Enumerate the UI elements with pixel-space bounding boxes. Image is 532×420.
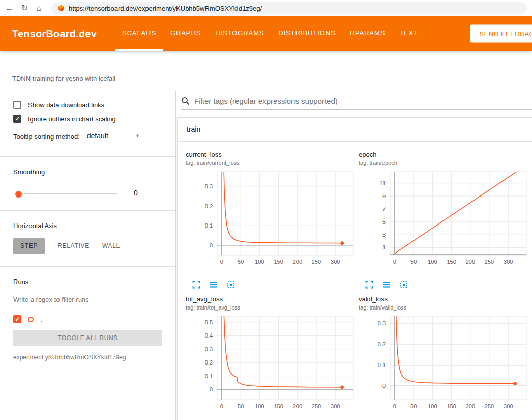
ignore-outliers-row[interactable]: Ignore outliers in chart scaling bbox=[13, 115, 162, 123]
svg-text:100: 100 bbox=[255, 259, 264, 265]
experiment-title: TDNN training for yesno with icefall bbox=[12, 75, 115, 82]
smoothing-slider-track[interactable] bbox=[16, 193, 117, 194]
chart-card-tot_avg_loss: tot_avg_losstag: train/tot_avg_loss05010… bbox=[186, 295, 359, 420]
tab-text[interactable]: TEXT bbox=[392, 16, 425, 51]
smoothing-slider-row: 0 bbox=[13, 189, 162, 210]
svg-text:250: 250 bbox=[312, 259, 321, 265]
send-feedback-button[interactable]: SEND FEEDBACK bbox=[470, 25, 532, 43]
svg-text:300: 300 bbox=[504, 259, 513, 265]
app-logo[interactable]: TensorBoard.dev bbox=[12, 28, 97, 40]
horizontal-axis-label: Horizontal Axis bbox=[13, 222, 162, 230]
svg-text:0.5: 0.5 bbox=[205, 319, 213, 325]
tab-scalars[interactable]: SCALARS bbox=[115, 16, 163, 51]
address-bar[interactable]: https://tensorboard.dev/experiment/yKUbh… bbox=[51, 2, 527, 14]
svg-text:0: 0 bbox=[382, 383, 386, 389]
svg-text:200: 200 bbox=[293, 403, 302, 409]
run-row[interactable]: . bbox=[13, 315, 162, 323]
run-color-swatch bbox=[28, 317, 34, 322]
divider bbox=[0, 210, 175, 211]
svg-text:9: 9 bbox=[382, 193, 386, 199]
scalar-line-chart[interactable]: 05010015020025030000.10.20.3 bbox=[359, 313, 529, 419]
smoothing-label: Smoothing bbox=[13, 168, 162, 176]
svg-text:0.2: 0.2 bbox=[378, 341, 386, 347]
svg-text:0: 0 bbox=[210, 242, 213, 248]
show-download-links-label: Show data download links bbox=[28, 101, 104, 109]
expand-chart-icon[interactable] bbox=[365, 280, 374, 289]
svg-text:150: 150 bbox=[447, 259, 456, 265]
horizontal-axis-buttons: STEP RELATIVE WALL bbox=[13, 238, 162, 266]
axis-step-button[interactable]: STEP bbox=[13, 238, 45, 254]
back-icon[interactable]: ← bbox=[5, 4, 13, 12]
experiment-caption: experiment yKUbhb5wRmOSXYkId1z9eg bbox=[13, 354, 162, 361]
chart-tag: tag: train/valid_loss bbox=[359, 304, 531, 311]
expand-chart-icon[interactable] bbox=[192, 280, 201, 289]
browser-chrome: ← ↻ ⌂ https://tensorboard.dev/experiment… bbox=[0, 0, 532, 16]
scalar-line-chart[interactable]: 05010015020025030000.10.20.30.40.5 bbox=[186, 313, 356, 419]
chart-toolbar bbox=[192, 280, 359, 289]
url-text: https://tensorboard.dev/experiment/yKUbh… bbox=[69, 5, 262, 12]
tab-graphs[interactable]: GRAPHS bbox=[163, 16, 208, 51]
chart-card-epoch: epochtag: train/epoch0501001502002503001… bbox=[359, 151, 531, 292]
svg-text:0.3: 0.3 bbox=[378, 320, 386, 326]
home-icon[interactable]: ⌂ bbox=[36, 4, 41, 12]
tag-filter-row bbox=[181, 97, 532, 110]
runs-list-icon[interactable] bbox=[209, 280, 218, 289]
chart-title: valid_loss bbox=[359, 295, 531, 303]
svg-text:0: 0 bbox=[220, 403, 223, 409]
show-download-links-row[interactable]: Show data download links bbox=[13, 101, 162, 109]
reload-icon[interactable]: ↻ bbox=[21, 4, 28, 12]
chart-card-valid_loss: valid_losstag: train/valid_loss050100150… bbox=[359, 295, 531, 420]
svg-text:100: 100 bbox=[255, 403, 264, 409]
tooltip-sorting-value: default bbox=[87, 132, 108, 140]
svg-text:7: 7 bbox=[382, 206, 386, 212]
axis-wall-button[interactable]: WALL bbox=[102, 242, 120, 249]
chart-tag: tag: train/current_loss bbox=[186, 160, 359, 166]
svg-text:150: 150 bbox=[447, 403, 456, 409]
fit-domain-icon[interactable] bbox=[226, 280, 235, 289]
svg-text:250: 250 bbox=[485, 403, 494, 409]
scalar-line-chart[interactable]: 0501001502002503001357911 bbox=[359, 169, 529, 274]
svg-text:50: 50 bbox=[410, 259, 417, 265]
fit-domain-icon[interactable] bbox=[399, 280, 408, 289]
svg-text:150: 150 bbox=[274, 259, 283, 265]
main-panel: train current_losstag: train/current_los… bbox=[176, 91, 532, 420]
chart-toolbar bbox=[365, 280, 531, 289]
show-download-links-checkbox[interactable] bbox=[13, 101, 21, 109]
svg-text:0.3: 0.3 bbox=[205, 183, 213, 189]
tab-hparams[interactable]: HPARAMS bbox=[343, 16, 393, 51]
svg-text:300: 300 bbox=[504, 403, 513, 409]
svg-text:0: 0 bbox=[220, 259, 223, 265]
tooltip-sorting-label: Tooltip sorting method: bbox=[13, 133, 80, 143]
app-header: TensorBoard.dev SCALARS GRAPHS HISTOGRAM… bbox=[0, 16, 532, 51]
svg-text:5: 5 bbox=[382, 219, 386, 225]
svg-text:0.2: 0.2 bbox=[205, 359, 213, 366]
svg-text:0.1: 0.1 bbox=[205, 222, 213, 229]
svg-text:300: 300 bbox=[331, 403, 340, 409]
chart-card-current_loss: current_losstag: train/current_loss05010… bbox=[186, 151, 359, 292]
tooltip-sorting-row: Tooltip sorting method: default ▼ bbox=[13, 132, 162, 156]
svg-text:200: 200 bbox=[293, 259, 302, 265]
smoothing-slider-knob[interactable] bbox=[15, 191, 22, 198]
chart-tag: tag: train/epoch bbox=[359, 160, 531, 166]
tab-histograms[interactable]: HISTOGRAMS bbox=[208, 16, 271, 51]
run-name: . bbox=[40, 316, 42, 323]
smoothing-value-field[interactable]: 0 bbox=[127, 189, 162, 199]
runs-filter-input[interactable] bbox=[13, 294, 162, 307]
toggle-all-runs-button[interactable]: TOGGLE ALL RUNS bbox=[13, 330, 162, 346]
ignore-outliers-checkbox[interactable] bbox=[13, 115, 21, 123]
tooltip-sorting-dropdown[interactable]: default ▼ bbox=[87, 132, 140, 143]
chevron-down-icon: ▼ bbox=[135, 133, 140, 138]
tag-group-header[interactable]: train bbox=[178, 118, 532, 142]
runs-list-icon[interactable] bbox=[382, 280, 391, 289]
sidebar: Show data download links Ignore outliers… bbox=[0, 91, 176, 420]
scalar-line-chart[interactable]: 05010015020025030000.10.20.3 bbox=[186, 169, 356, 274]
svg-text:0.1: 0.1 bbox=[205, 373, 213, 379]
tag-group-card: train current_losstag: train/current_los… bbox=[177, 117, 532, 420]
svg-text:0.1: 0.1 bbox=[378, 362, 386, 368]
run-checkbox[interactable] bbox=[13, 315, 21, 323]
svg-text:50: 50 bbox=[238, 403, 244, 409]
axis-relative-button[interactable]: RELATIVE bbox=[57, 242, 90, 249]
tag-filter-input[interactable] bbox=[194, 97, 532, 105]
chart-title: current_loss bbox=[186, 151, 359, 158]
tab-distributions[interactable]: DISTRIBUTIONS bbox=[271, 16, 342, 51]
